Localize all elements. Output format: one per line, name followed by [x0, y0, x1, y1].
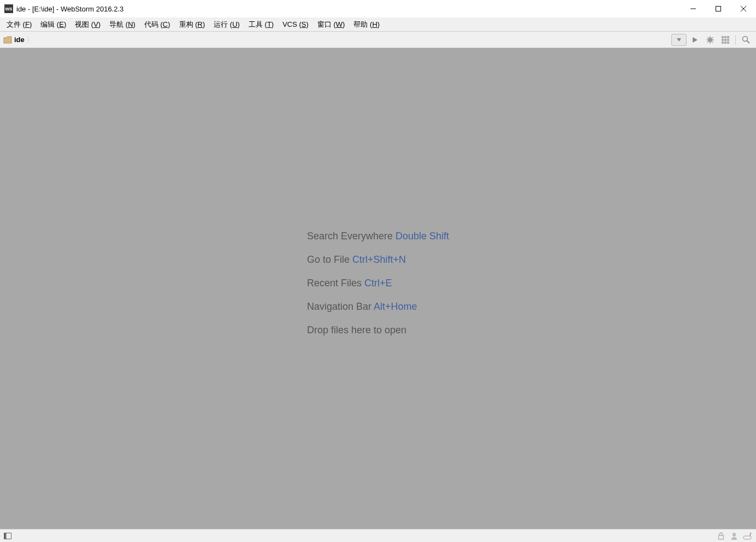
titlebar: WS ide - [E:\ide] - WebStorm 2016.2.3: [0, 0, 756, 17]
menu-view[interactable]: 视图 (V): [70, 19, 105, 31]
svg-point-4: [708, 38, 712, 42]
menu-code[interactable]: 代码 (C): [140, 19, 175, 31]
svg-line-23: [747, 41, 749, 44]
svg-rect-15: [727, 36, 729, 38]
svg-rect-28: [743, 536, 751, 539]
minimize-button[interactable]: [681, 0, 706, 17]
folder-icon: [3, 36, 12, 44]
svg-rect-16: [722, 39, 724, 41]
inspector-icon[interactable]: [729, 531, 740, 541]
svg-rect-13: [722, 36, 724, 38]
breadcrumb-project[interactable]: ide: [14, 36, 25, 44]
app-logo-icon: WS: [4, 4, 13, 13]
hint-drop-files: Drop files here to open: [307, 325, 449, 336]
menu-vcs[interactable]: VCS (S): [278, 19, 313, 30]
svg-rect-19: [722, 42, 724, 44]
chevron-right-icon: 〉: [26, 35, 34, 45]
svg-rect-20: [724, 42, 727, 44]
window-controls: [681, 0, 756, 17]
toolwindow-toggle-button[interactable]: [3, 532, 12, 540]
menu-run[interactable]: 运行 (U): [209, 19, 244, 31]
statusbar: [0, 529, 756, 542]
svg-point-22: [742, 37, 747, 42]
close-button[interactable]: [731, 0, 756, 17]
separator: [735, 35, 736, 45]
hint-navigation-bar: Navigation Bar Alt+Home: [307, 301, 449, 313]
search-button[interactable]: [739, 34, 753, 46]
run-button[interactable]: [688, 34, 702, 46]
svg-rect-17: [724, 39, 727, 41]
svg-line-11: [712, 37, 713, 38]
editor-area[interactable]: Search Everywhere Double Shift Go to Fil…: [0, 48, 756, 529]
svg-rect-25: [4, 533, 7, 539]
hint-search-everywhere: Search Everywhere Double Shift: [307, 231, 449, 242]
svg-point-27: [733, 533, 736, 537]
svg-rect-18: [727, 39, 729, 41]
svg-line-9: [707, 37, 708, 38]
menu-edit[interactable]: 编辑 (E): [36, 19, 70, 31]
debug-button[interactable]: [703, 34, 717, 46]
svg-rect-14: [724, 36, 727, 38]
menu-help[interactable]: 帮助 (H): [349, 19, 384, 31]
lock-icon[interactable]: [716, 531, 727, 541]
menu-tools[interactable]: 工具 (T): [244, 19, 278, 31]
maximize-button[interactable]: [706, 0, 731, 17]
stop-button[interactable]: [718, 34, 733, 46]
svg-line-10: [712, 42, 713, 43]
run-config-dropdown[interactable]: [671, 34, 687, 46]
hint-recent-files: Recent Files Ctrl+E: [307, 278, 449, 289]
window-title: ide - [E:\ide] - WebStorm 2016.2.3: [16, 5, 123, 13]
svg-rect-26: [719, 535, 724, 539]
navigation-bar: ide 〉: [0, 32, 756, 48]
menu-navigate[interactable]: 导航 (N): [105, 19, 140, 31]
editor-hints: Search Everywhere Double Shift Go to Fil…: [307, 231, 449, 348]
menu-file[interactable]: 文件 (F): [2, 19, 36, 31]
menu-refactor[interactable]: 重构 (R): [175, 19, 210, 31]
svg-rect-1: [716, 7, 721, 11]
toolbar-right: [671, 34, 753, 46]
svg-line-12: [707, 42, 708, 43]
menubar: 文件 (F) 编辑 (E) 视图 (V) 导航 (N) 代码 (C) 重构 (R…: [0, 17, 756, 32]
hector-icon[interactable]: [742, 531, 753, 541]
menu-window[interactable]: 窗口 (W): [313, 19, 350, 31]
svg-rect-21: [727, 42, 729, 44]
hint-go-to-file: Go to File Ctrl+Shift+N: [307, 254, 449, 266]
